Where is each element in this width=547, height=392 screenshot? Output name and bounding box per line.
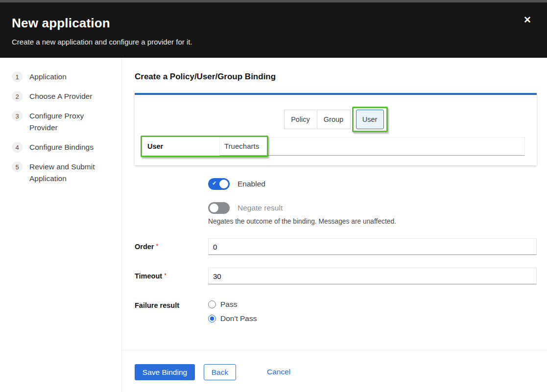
tab-group[interactable]: Group <box>317 110 351 129</box>
sidebar-item-label: Configure Bindings <box>29 141 104 153</box>
sidebar-item-choose-provider[interactable]: 2 Choose A Provider <box>12 91 104 102</box>
binding-card: Policy Group User User Truecharts <box>135 93 537 165</box>
binding-form: Create a Policy/User/Group Binding Polic… <box>122 58 547 392</box>
enabled-toggle-row: ✓ Enabled <box>208 178 265 190</box>
form-title: Create a Policy/User/Group Binding <box>135 72 276 82</box>
wizard-steps: 1 Application 2 Choose A Provider 3 Conf… <box>12 71 104 184</box>
wizard-sidebar: 1 Application 2 Choose A Provider 3 Conf… <box>0 58 122 392</box>
toggle-knob <box>219 180 228 188</box>
user-tab-highlight-annotation: User <box>352 107 388 132</box>
negate-help-text: Negates the outcome of the binding. Mess… <box>208 218 396 225</box>
radio-pass-label: Pass <box>220 300 237 309</box>
page-title: New application <box>12 16 110 31</box>
binding-type-tabs: Policy Group User <box>135 107 537 132</box>
negate-toggle-label: Negate result <box>238 204 283 212</box>
enabled-toggle-label: Enabled <box>238 180 265 188</box>
footer-divider <box>122 350 547 350</box>
radio-circle-checked <box>208 315 216 323</box>
sidebar-item-configure-proxy-provider[interactable]: 3 Configure Proxy Provider <box>12 110 104 134</box>
radio-circle-unchecked <box>208 300 216 308</box>
required-asterisk: * <box>164 272 166 279</box>
page-subtitle: Create a new application and configure a… <box>12 38 192 46</box>
sidebar-item-configure-bindings[interactable]: 4 Configure Bindings <box>12 141 104 153</box>
back-button[interactable]: Back <box>204 364 236 380</box>
sidebar-item-label: Application <box>29 71 104 83</box>
binding-target-label: User <box>142 137 219 156</box>
failure-result-radio-group: Pass Don't Pass <box>208 299 257 324</box>
step-number-badge: 4 <box>12 142 23 153</box>
sidebar-item-label: Review and Submit Application <box>29 161 104 184</box>
modal-header: New application Create a new application… <box>0 2 547 58</box>
negate-result-toggle[interactable] <box>208 202 230 214</box>
order-label: Order* <box>135 243 158 251</box>
timeout-label: Timeout* <box>135 272 166 280</box>
step-number-badge: 5 <box>12 161 23 172</box>
user-select-dropdown[interactable]: Truecharts <box>219 137 525 156</box>
tab-policy[interactable]: Policy <box>284 110 317 129</box>
sidebar-item-review-submit[interactable]: 5 Review and Submit Application <box>12 161 104 184</box>
modal-body: 1 Application 2 Choose A Provider 3 Conf… <box>0 58 547 392</box>
toggle-knob <box>210 204 218 212</box>
timeout-input[interactable] <box>208 268 537 284</box>
tab-user[interactable]: User <box>356 110 384 129</box>
cancel-link[interactable]: Cancel <box>267 368 290 376</box>
step-number-badge: 1 <box>12 71 23 82</box>
failure-result-label: Failure result <box>135 301 179 309</box>
new-application-modal: New application Create a new application… <box>0 0 547 392</box>
step-number-badge: 3 <box>12 111 23 121</box>
close-icon[interactable]: ✕ <box>523 15 531 24</box>
radio-dont-pass[interactable]: Don't Pass <box>208 313 257 324</box>
negate-toggle-row: Negate result <box>208 202 283 214</box>
step-number-badge: 2 <box>12 91 23 102</box>
sidebar-item-label: Choose A Provider <box>29 91 104 102</box>
save-binding-button[interactable]: Save Binding <box>135 364 195 380</box>
required-asterisk: * <box>156 243 159 250</box>
order-input[interactable] <box>208 238 537 255</box>
sidebar-item-label: Configure Proxy Provider <box>29 110 104 134</box>
enabled-toggle[interactable]: ✓ <box>208 178 230 190</box>
sidebar-item-application[interactable]: 1 Application <box>12 71 104 83</box>
check-icon: ✓ <box>212 180 216 186</box>
radio-dont-pass-label: Don't Pass <box>220 314 257 323</box>
radio-pass[interactable]: Pass <box>208 299 257 310</box>
